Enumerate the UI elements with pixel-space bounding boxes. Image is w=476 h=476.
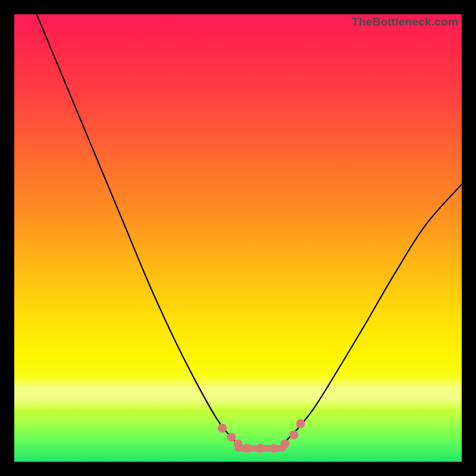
right-curve [283,184,462,444]
curve-marker [270,444,278,453]
chart-frame: TheBottleneck.com [0,0,476,476]
left-curve [37,14,238,444]
marker-group [218,419,305,453]
curve-marker [234,439,243,448]
curve-marker [243,444,252,453]
curve-marker [280,439,289,448]
curve-marker [218,424,227,433]
curve-marker [290,430,299,439]
curve-layer [14,14,462,462]
plot-area: TheBottleneck.com [14,14,462,462]
curve-marker [256,444,265,453]
curve-marker [296,419,305,428]
curve-marker [227,433,236,441]
